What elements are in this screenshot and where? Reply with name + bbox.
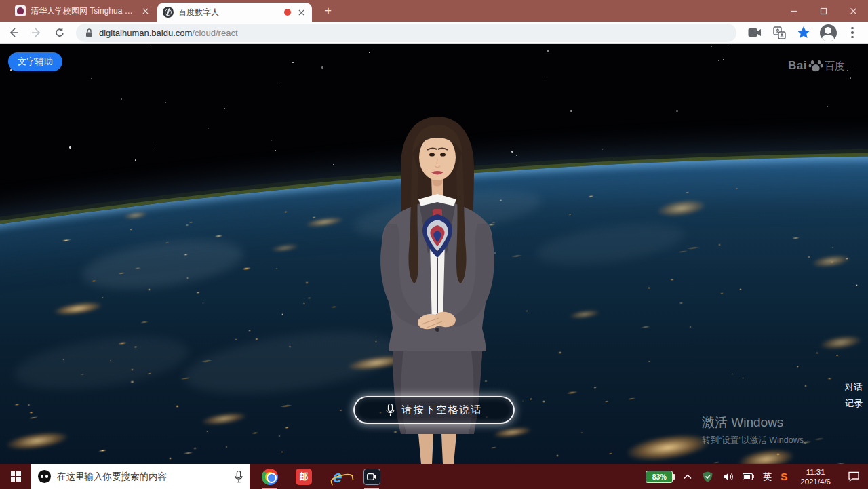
system-tray: 83% 英 S 11:31 2021/4/6 [646, 464, 868, 489]
screen: 清华大学校园网 Tsinghua Univ 百度数字人 + [0, 0, 868, 489]
reload-button[interactable] [50, 23, 69, 42]
tab-tsinghua[interactable]: 清华大学校园网 Tsinghua Univ [9, 0, 156, 22]
url-text: digitalhuman.baidu.com/cloud/react [99, 28, 238, 38]
tab-digitalhuman[interactable]: 百度数字人 [157, 3, 312, 22]
minimize-button[interactable] [778, 0, 808, 22]
translate-icon[interactable] [770, 24, 788, 41]
tab-title: 清华大学校园网 Tsinghua Univ [31, 5, 135, 17]
url-host: digitalhuman.baidu.com [99, 28, 192, 38]
baidu-logo: Bai 百度 [788, 59, 845, 73]
camera-icon [363, 469, 380, 485]
bookmark-star-icon[interactable] [795, 24, 812, 41]
chrome-taskbar-icon[interactable] [260, 464, 279, 489]
baidu-logo-cn: 百度 [825, 60, 845, 73]
url-path: /cloud/react [192, 28, 237, 38]
browser-menu-icon[interactable] [844, 24, 861, 41]
back-button[interactable] [4, 23, 23, 42]
start-button[interactable] [0, 464, 31, 489]
new-tab-button[interactable]: + [320, 3, 336, 20]
close-window-button[interactable] [838, 0, 868, 22]
tab-title: 百度数字人 [178, 7, 279, 18]
push-to-talk-pill[interactable]: 请按下空格说话 [353, 396, 515, 424]
browser-toolbar: digitalhuman.baidu.com/cloud/react [0, 22, 868, 44]
sogou-input-icon[interactable]: S [781, 471, 787, 482]
action-center-icon[interactable] [842, 464, 865, 489]
baidu-paw-icon [808, 59, 823, 73]
ime-language-indicator[interactable]: 英 [763, 471, 772, 483]
mail-taskbar-icon[interactable]: 邮 [294, 464, 313, 489]
pinned-apps: 邮 e [260, 464, 381, 489]
avatar-icon [820, 24, 837, 41]
profile-avatar[interactable] [819, 24, 837, 41]
globe-favicon [163, 7, 174, 18]
digital-human-page: 文字辅助 Bai 百度 请按下空格说话 对话 记录 激活 Windo [0, 44, 868, 464]
address-bar[interactable]: digitalhuman.baidu.com/cloud/react [76, 24, 736, 42]
ie-taskbar-icon[interactable]: e [328, 464, 347, 489]
text-assist-button[interactable]: 文字辅助 [8, 52, 62, 71]
mail-icon: 邮 [296, 469, 312, 485]
tab-recording-indicator-icon [284, 9, 291, 16]
tab-close-icon[interactable] [296, 7, 307, 18]
forward-button[interactable] [27, 23, 46, 42]
clock-time: 11:31 [800, 467, 831, 477]
maximize-button[interactable] [808, 0, 838, 22]
battery-tray-icon[interactable] [743, 471, 754, 482]
clock-date: 2021/4/6 [800, 477, 831, 486]
volume-icon[interactable] [722, 471, 734, 482]
taskbar-search-box[interactable] [31, 464, 250, 489]
tray-chevron-icon[interactable] [682, 471, 693, 482]
tsinghua-favicon [15, 5, 26, 16]
push-to-talk-label: 请按下空格说话 [402, 404, 483, 416]
dialog-log-line1: 对话 [845, 382, 863, 392]
baidu-logo-latin: Bai [788, 59, 807, 73]
lock-icon [85, 28, 93, 37]
browser-titlebar: 清华大学校园网 Tsinghua Univ 百度数字人 + [0, 0, 868, 22]
tab-close-icon[interactable] [140, 5, 151, 16]
search-mic-icon[interactable] [235, 471, 243, 483]
windows-logo-icon [11, 471, 21, 482]
internet-explorer-icon: e [333, 469, 342, 485]
taskbar-search-input[interactable] [57, 471, 229, 482]
defender-shield-icon[interactable] [702, 471, 713, 482]
window-controls [778, 0, 868, 22]
microphone-icon [386, 404, 395, 417]
chrome-icon [262, 469, 278, 485]
taskbar-clock[interactable]: 11:31 2021/4/6 [800, 467, 831, 486]
cortana-icon [38, 470, 51, 483]
camera-taskbar-icon[interactable] [362, 464, 381, 489]
screen-record-icon[interactable] [746, 24, 764, 41]
dialog-log-line2: 记录 [845, 398, 863, 408]
dialog-log-tab[interactable]: 对话 记录 [845, 382, 863, 408]
battery-status-badge[interactable]: 83% [646, 471, 673, 483]
windows-taskbar: 邮 e 83% [0, 464, 868, 489]
